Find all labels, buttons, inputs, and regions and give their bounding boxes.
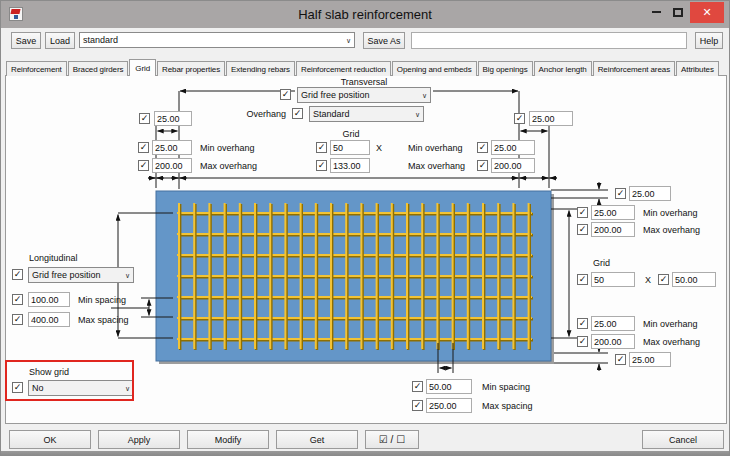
grid-x-field[interactable]	[330, 140, 370, 155]
min-overhang-right-field[interactable]	[491, 140, 535, 155]
window-bottom-frame	[1, 451, 729, 456]
tab-reinforcement-areas[interactable]: Reinforcement areas	[593, 61, 675, 76]
right-top-edge-field[interactable]	[629, 186, 671, 201]
transversal-position-dropdown[interactable]: Grid free position ∨	[297, 87, 431, 103]
grid-y-field[interactable]	[330, 158, 370, 173]
tab-anchor-length[interactable]: Anchor length	[534, 61, 592, 76]
get-button[interactable]: Get	[276, 430, 358, 449]
bottom-min-spacing-field[interactable]	[426, 379, 472, 394]
tab-opening-and-embeds[interactable]: Opening and embeds	[392, 61, 477, 76]
right-min-overhang-bottom-field[interactable]	[591, 316, 635, 331]
long-min-spacing-label: Min spacing	[78, 295, 126, 305]
right-grid-x-field[interactable]	[591, 272, 635, 287]
longitudinal-section-label: Longitudinal	[29, 253, 78, 263]
longitudinal-position-checkbox[interactable]: ✓	[12, 269, 23, 280]
max-overhang-right-checkbox[interactable]: ✓	[477, 160, 488, 171]
tab-big-openings[interactable]: Big openings	[478, 61, 533, 76]
right-min-overhang-bottom-label: Min overhang	[643, 319, 698, 329]
max-overhang-right-field[interactable]	[491, 158, 535, 173]
bottom-min-spacing-checkbox[interactable]: ✓	[412, 381, 423, 392]
overhang-mode-checkbox[interactable]: ✓	[292, 108, 303, 119]
preset-combobox[interactable]: standard ∨	[79, 32, 355, 48]
max-overhang-left-field[interactable]	[152, 158, 192, 173]
tab-rebar-properties[interactable]: Rebar properties	[157, 61, 225, 76]
preset-name-input[interactable]	[411, 32, 687, 49]
close-button[interactable]: ✕	[690, 2, 724, 23]
tab-reinforcement[interactable]: Reinforcement	[6, 61, 67, 76]
right-min-overhang-top-checkbox[interactable]: ✓	[577, 207, 588, 218]
min-overhang-right-checkbox[interactable]: ✓	[477, 142, 488, 153]
save-button[interactable]: Save	[11, 32, 41, 49]
right-max-overhang-bottom-field[interactable]	[591, 334, 635, 349]
ok-button[interactable]: OK	[9, 430, 91, 449]
chevron-down-icon: ∨	[125, 272, 130, 279]
bottom-max-spacing-label: Max spacing	[482, 401, 533, 411]
right-grid-y-field[interactable]	[672, 272, 716, 287]
chevron-down-icon: ∨	[415, 111, 420, 118]
min-overhang-left-field[interactable]	[152, 140, 192, 155]
right-max-overhang-top-checkbox[interactable]: ✓	[577, 224, 588, 235]
chevron-down-icon: ∨	[346, 37, 351, 44]
right-grid-x-checkbox[interactable]: ✓	[577, 274, 588, 285]
overhang-mode-dropdown[interactable]: Standard ∨	[309, 106, 424, 122]
right-max-overhang-top-label: Max overhang	[643, 225, 700, 235]
bottom-max-spacing-checkbox[interactable]: ✓	[412, 400, 423, 411]
right-max-overhang-bottom-checkbox[interactable]: ✓	[577, 336, 588, 347]
right-grid-label: Grid	[593, 258, 610, 268]
max-overhang-left-label: Max overhang	[200, 161, 257, 171]
close-icon: ✕	[702, 6, 711, 19]
right-top-edge-checkbox[interactable]: ✓	[615, 188, 626, 199]
grid-y-checkbox[interactable]: ✓	[316, 160, 327, 171]
long-max-spacing-field[interactable]	[28, 312, 70, 327]
right-edge-field[interactable]	[529, 111, 573, 126]
minimize-icon	[652, 11, 661, 13]
save-as-button[interactable]: Save As	[363, 32, 405, 49]
max-overhang-left-checkbox[interactable]: ✓	[138, 160, 149, 171]
right-bottom-edge-checkbox[interactable]: ✓	[615, 354, 626, 365]
long-min-spacing-field[interactable]	[28, 292, 70, 307]
right-min-overhang-top-field[interactable]	[591, 205, 635, 220]
load-button[interactable]: Load	[45, 32, 75, 49]
bottom-max-spacing-field[interactable]	[426, 398, 472, 413]
longitudinal-position-dropdown[interactable]: Grid free position ∨	[28, 267, 134, 283]
modify-button[interactable]: Modify	[187, 430, 269, 449]
right-max-overhang-top-field[interactable]	[591, 222, 635, 237]
left-edge-checkbox[interactable]: ✓	[139, 113, 150, 124]
right-bottom-edge-field[interactable]	[629, 352, 671, 367]
right-edge-checkbox[interactable]: ✓	[514, 113, 525, 124]
transversal-position-checkbox[interactable]: ✓	[280, 89, 291, 100]
min-overhang-right-label: Min overhang	[408, 143, 463, 153]
tab-extending-rebars[interactable]: Extending rebars	[226, 61, 295, 76]
dialog-half-slab-reinforcement: Half slab reinforcement ✕ Save Load stan…	[0, 0, 730, 456]
minimize-button[interactable]	[645, 1, 667, 23]
tab-bar: ReinforcementBraced girdersGridRebar pro…	[6, 58, 720, 76]
tab-reinforcement-reduction[interactable]: Reinforcement reduction	[296, 61, 391, 76]
right-max-overhang-bottom-label: Max overhang	[643, 337, 700, 347]
cancel-button[interactable]: Cancel	[642, 430, 724, 449]
maximize-button[interactable]	[667, 1, 689, 23]
max-overhang-right-label: Max overhang	[408, 161, 465, 171]
toggle-checkboxes-button[interactable]: ☑ / ☐	[365, 430, 419, 449]
right-min-overhang-bottom-checkbox[interactable]: ✓	[577, 318, 588, 329]
transversal-grid-label: Grid	[331, 129, 371, 139]
long-max-spacing-checkbox[interactable]: ✓	[12, 314, 23, 325]
transversal-position-value: Grid free position	[301, 90, 370, 100]
grid-x-checkbox[interactable]: ✓	[316, 142, 327, 153]
min-overhang-left-checkbox[interactable]: ✓	[138, 142, 149, 153]
longitudinal-position-value: Grid free position	[32, 270, 101, 280]
tab-attributes[interactable]: Attributes	[676, 61, 719, 76]
title-bar: Half slab reinforcement ✕	[1, 1, 729, 28]
left-edge-field[interactable]	[154, 111, 192, 126]
apply-button[interactable]: Apply	[98, 430, 180, 449]
long-min-spacing-checkbox[interactable]: ✓	[12, 294, 23, 305]
min-overhang-left-label: Min overhang	[200, 143, 255, 153]
tab-braced-girders[interactable]: Braced girders	[68, 61, 129, 76]
right-grid-y-checkbox[interactable]: ✓	[658, 274, 669, 285]
tab-grid[interactable]: Grid	[129, 59, 156, 76]
help-button[interactable]: Help	[695, 32, 723, 49]
maximize-icon	[673, 8, 683, 17]
grid-sep-label: X	[376, 143, 382, 153]
overhang-label: Overhang	[236, 109, 286, 119]
overhang-mode-value: Standard	[313, 109, 350, 119]
transversal-section-label: Transversal	[297, 77, 431, 87]
